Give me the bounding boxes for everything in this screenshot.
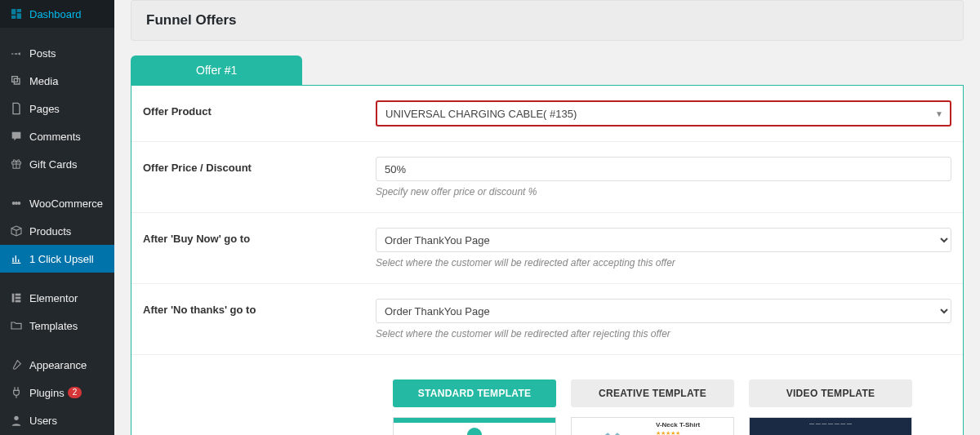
sidebar-item-label: Dashboard [29,8,82,20]
sidebar-item-label: Appearance [29,359,87,371]
template-standard: STANDARD TEMPLATE [393,380,556,435]
label-offer-product: Offer Product [143,100,376,127]
sidebar-item-users[interactable]: Users [0,406,114,434]
creative-template-preview[interactable]: V-Neck T-Shirt ★★★★★ — — — $15.00 [571,417,734,435]
folder-icon [8,317,24,334]
sidebar-item-posts[interactable]: Posts [0,39,114,67]
templates-row: STANDARD TEMPLATE CREATIVE TEMPLATE V-Ne… [131,355,963,435]
pin-icon [8,45,24,61]
chart-icon [8,251,24,267]
after-no-select[interactable]: Order ThankYou Page [376,299,951,323]
sidebar-item-comments[interactable]: Comments [0,122,114,150]
creative-template-button[interactable]: CREATIVE TEMPLATE [571,380,734,407]
media-icon [8,73,24,89]
sidebar-item-templates[interactable]: Templates [0,312,114,340]
sidebar-item-label: Templates [29,320,78,332]
sidebar-item-label: Pages [29,103,60,115]
row-offer-product: Offer Product UNIVERSAL CHARGING CABLE( … [131,86,963,142]
dashboard-icon [8,6,24,22]
offer-product-select[interactable]: UNIVERSAL CHARGING CABLE( #135) ▼ [376,100,951,127]
offer-tabs: Offer #1 [131,55,964,85]
user-icon [8,412,24,428]
offer-panel: Offer Product UNIVERSAL CHARGING CABLE( … [131,85,964,435]
label-after-no: After 'No thanks' go to [143,299,376,340]
svg-point-7 [14,416,18,420]
tshirt-icon [599,429,626,435]
sidebar-item-label: Comments [29,131,81,143]
svg-rect-5 [16,297,21,300]
row-after-buy: After 'Buy Now' go to Order ThankYou Pag… [131,213,963,284]
row-after-no: After 'No thanks' go to Order ThankYou P… [131,284,963,355]
sidebar-item-label: 1 Click Upsell [29,253,94,265]
standard-template-button[interactable]: STANDARD TEMPLATE [393,380,556,407]
tab-offer-1[interactable]: Offer #1 [131,55,302,85]
offer-price-input[interactable] [376,157,951,181]
sidebar-item-appearance[interactable]: Appearance [0,351,114,379]
elementor-icon [8,290,24,306]
main-content: Funnel Offers Offer #1 Offer Product UNI… [114,0,980,435]
page-title: Funnel Offers [131,0,964,41]
template-creative: CREATIVE TEMPLATE V-Neck T-Shirt ★★★★★ —… [571,380,734,435]
svg-point-2 [17,202,20,205]
star-icon: ★★★★★ [656,430,730,435]
update-badge: 2 [68,387,82,398]
video-template-button[interactable]: VIDEO TEMPLATE [749,380,912,407]
admin-sidebar: DashboardPostsMediaPagesCommentsGift Car… [0,0,114,435]
chevron-down-icon: ▼ [935,109,943,118]
sidebar-item-plugins[interactable]: Plugins2 [0,379,114,406]
page-icon [8,100,24,117]
woo-icon [8,195,24,211]
gift-icon [8,156,24,172]
svg-rect-4 [16,294,21,296]
sidebar-item-label: Plugins [29,387,65,399]
after-buy-select[interactable]: Order ThankYou Page [376,228,951,252]
standard-template-preview[interactable] [393,417,556,435]
box-icon [8,223,24,239]
video-template-preview[interactable]: — — — — — — — ▶ [749,417,912,435]
sidebar-item-label: Media [29,75,58,87]
sidebar-item-products[interactable]: Products [0,217,114,245]
row-offer-price: Offer Price / Discount Specify new offer… [131,142,963,213]
brush-icon [8,357,24,373]
label-offer-price: Offer Price / Discount [143,157,376,198]
sidebar-item-pages[interactable]: Pages [0,95,114,122]
sidebar-item-elementor[interactable]: Elementor [0,284,114,312]
sidebar-item-label: Products [29,225,71,237]
hint-after-no: Select where the customer will be redire… [376,328,951,340]
hint-offer-price: Specify new offer price or discount % [376,186,951,198]
sidebar-item-label: Gift Cards [29,158,78,171]
plug-icon [8,384,24,401]
svg-rect-6 [16,300,21,303]
sidebar-item-gift-cards[interactable]: Gift Cards [0,150,114,178]
sidebar-item-1-click-upsell[interactable]: 1 Click Upsell [0,245,114,273]
sidebar-item-label: Posts [29,47,56,60]
template-video: VIDEO TEMPLATE — — — — — — — ▶ [749,380,912,435]
sidebar-item-dashboard[interactable]: Dashboard [0,0,114,28]
sidebar-item-woocommerce[interactable]: WooCommerce [0,189,114,217]
creative-preview-title: V-Neck T-Shirt [656,421,730,428]
hint-after-buy: Select where the customer will be redire… [376,257,951,269]
label-after-buy: After 'Buy Now' go to [143,228,376,269]
comment-icon [8,128,24,144]
sidebar-item-label: WooCommerce [29,198,103,210]
sidebar-item-label: Elementor [29,292,78,304]
svg-rect-3 [12,294,15,303]
sidebar-item-media[interactable]: Media [0,67,114,95]
offer-product-value: UNIVERSAL CHARGING CABLE( #135) [385,108,577,120]
sidebar-item-label: Users [29,415,57,427]
